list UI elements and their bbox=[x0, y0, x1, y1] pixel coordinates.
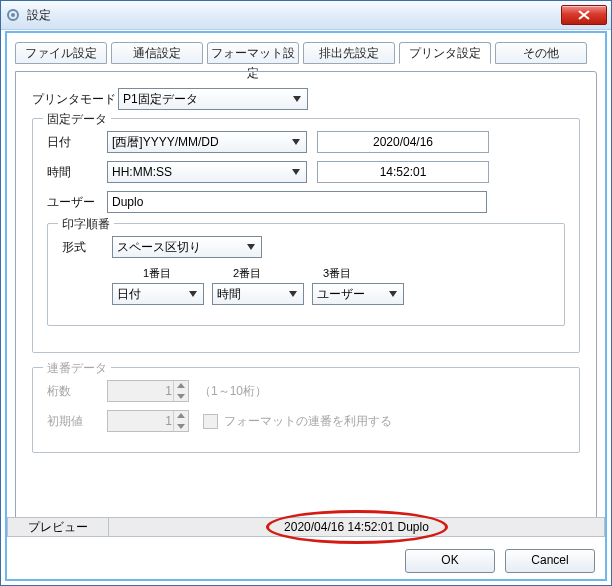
printer-mode-combo[interactable]: P1固定データ bbox=[118, 88, 308, 110]
user-input[interactable]: Duplo bbox=[107, 191, 487, 213]
chevron-down-icon bbox=[243, 239, 259, 255]
user-label: ユーザー bbox=[47, 194, 107, 211]
col3-label: 3番目 bbox=[292, 266, 382, 281]
print-order-legend: 印字順番 bbox=[58, 216, 114, 233]
use-format-serial-label: フォーマットの連番を利用する bbox=[224, 413, 392, 430]
tab-bar: ファイル設定 通信設定 フォーマット設定 排出先設定 プリンタ設定 その他 bbox=[15, 41, 597, 63]
fixed-data-group: 固定データ 日付 [西暦]YYYY/MM/DD 2020/04/16 時間 HH… bbox=[32, 118, 580, 353]
cancel-button[interactable]: Cancel bbox=[505, 549, 595, 573]
ok-button[interactable]: OK bbox=[405, 549, 495, 573]
chevron-down-icon bbox=[285, 286, 301, 302]
tab-format[interactable]: フォーマット設定 bbox=[207, 42, 299, 64]
tab-comm[interactable]: 通信設定 bbox=[111, 42, 203, 64]
use-format-serial-checkbox bbox=[203, 414, 218, 429]
tab-panel-printer: プリンタモード P1固定データ 固定データ 日付 [西暦]YYYY/MM/DD … bbox=[15, 71, 597, 529]
digits-spinner: 1 bbox=[107, 380, 189, 402]
window-title: 設定 bbox=[27, 7, 561, 24]
preview-label: プレビュー bbox=[7, 517, 109, 537]
chevron-down-icon bbox=[289, 91, 305, 107]
chevron-down-icon bbox=[185, 286, 201, 302]
digits-hint: （1～10桁） bbox=[199, 383, 267, 400]
tab-printer[interactable]: プリンタ設定 bbox=[399, 42, 491, 64]
serial-legend: 連番データ bbox=[43, 360, 111, 377]
printer-mode-label: プリンタモード bbox=[32, 91, 118, 108]
date-format-combo[interactable]: [西暦]YYYY/MM/DD bbox=[107, 131, 307, 153]
tab-file[interactable]: ファイル設定 bbox=[15, 42, 107, 64]
print-order-group: 印字順番 形式 スペース区切り 1番目 2番目 3番目 bbox=[47, 223, 565, 326]
app-icon bbox=[5, 7, 21, 23]
init-label: 初期値 bbox=[47, 413, 107, 430]
order1-combo[interactable]: 日付 bbox=[112, 283, 204, 305]
style-combo[interactable]: スペース区切り bbox=[112, 236, 262, 258]
chevron-down-icon bbox=[385, 286, 401, 302]
chevron-down-icon bbox=[288, 164, 304, 180]
tab-other[interactable]: その他 bbox=[495, 42, 587, 64]
tab-dest[interactable]: 排出先設定 bbox=[303, 42, 395, 64]
col2-label: 2番目 bbox=[202, 266, 292, 281]
init-spinner: 1 bbox=[107, 410, 189, 432]
style-label: 形式 bbox=[62, 239, 112, 256]
svg-point-1 bbox=[11, 13, 15, 17]
col1-label: 1番目 bbox=[112, 266, 202, 281]
order3-combo[interactable]: ユーザー bbox=[312, 283, 404, 305]
time-label: 時間 bbox=[47, 164, 107, 181]
date-label: 日付 bbox=[47, 134, 107, 151]
chevron-down-icon bbox=[288, 134, 304, 150]
time-value: 14:52:01 bbox=[317, 161, 489, 183]
order2-combo[interactable]: 時間 bbox=[212, 283, 304, 305]
dialog-buttons: OK Cancel bbox=[405, 549, 595, 573]
titlebar: 設定 bbox=[1, 1, 611, 30]
time-format-combo[interactable]: HH:MM:SS bbox=[107, 161, 307, 183]
date-value: 2020/04/16 bbox=[317, 131, 489, 153]
client-area: ファイル設定 通信設定 フォーマット設定 排出先設定 プリンタ設定 その他 プリ… bbox=[5, 31, 607, 581]
serial-data-group: 連番データ 桁数 1 （1～10桁） 初期値 1 フォーマットの bbox=[32, 367, 580, 453]
settings-window: 設定 ファイル設定 通信設定 フォーマット設定 排出先設定 プリンタ設定 その他… bbox=[0, 0, 612, 586]
close-button[interactable] bbox=[561, 5, 607, 25]
preview-bar: プレビュー 2020/04/16 14:52:01 Duplo bbox=[7, 517, 605, 537]
fixed-data-legend: 固定データ bbox=[43, 111, 111, 128]
preview-value: 2020/04/16 14:52:01 Duplo bbox=[109, 517, 605, 537]
digits-label: 桁数 bbox=[47, 383, 107, 400]
